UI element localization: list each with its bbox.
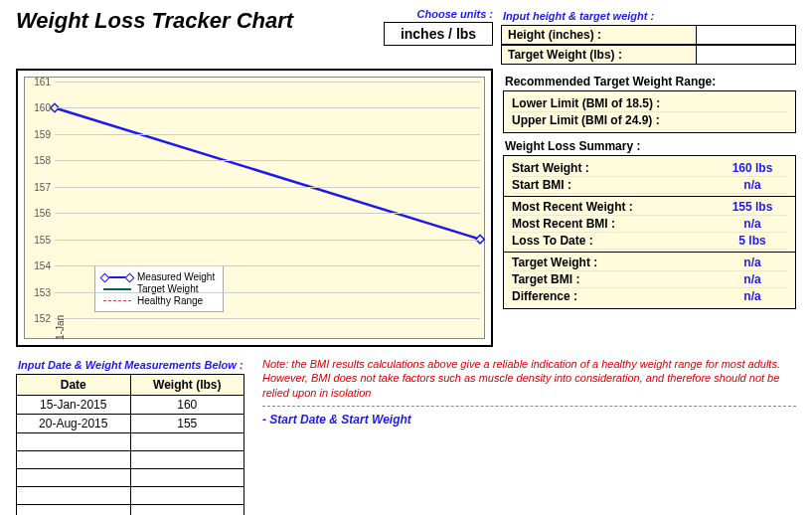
- table-cell[interactable]: [17, 505, 131, 516]
- table-cell[interactable]: [17, 469, 131, 487]
- table-row[interactable]: 20-Aug-2015155: [17, 415, 244, 433]
- table-cell[interactable]: 155: [130, 415, 244, 433]
- table-row[interactable]: [17, 469, 244, 487]
- summary-key: Target Weight :: [512, 256, 597, 269]
- table-row[interactable]: [17, 487, 244, 505]
- height-input[interactable]: [697, 25, 796, 45]
- x-tick: 1-Jan: [55, 315, 66, 340]
- legend-measured: Measured Weight: [137, 271, 215, 282]
- measured-line: [55, 107, 480, 239]
- summary-value: n/a: [718, 178, 787, 192]
- summary-key: Most Recent BMI :: [512, 217, 615, 231]
- page-title: Weight Loss Tracker Chart: [16, 8, 314, 34]
- y-tick: 159: [27, 128, 51, 139]
- legend-healthy: Healthy Range: [137, 295, 203, 306]
- range-box: Lower Limit (BMI of 18.5) : Upper Limit …: [503, 90, 796, 133]
- table-cell[interactable]: 160: [130, 396, 244, 415]
- y-tick: 152: [27, 313, 51, 324]
- lower-limit-label: Lower Limit (BMI of 18.5) :: [512, 96, 660, 110]
- legend-swatch-healthy: [103, 300, 131, 301]
- input-height-label: Input height & target weight :: [503, 10, 796, 22]
- y-tick: 157: [27, 181, 51, 192]
- y-tick: 156: [27, 208, 51, 219]
- units-selector[interactable]: inches / lbs: [384, 22, 493, 46]
- table-cell[interactable]: 20-Aug-2015: [17, 415, 131, 433]
- y-tick: 153: [27, 286, 51, 297]
- col-date: Date: [17, 375, 131, 396]
- start-hint: - Start Date & Start Weight: [262, 413, 796, 427]
- summary-key: Start Weight :: [512, 161, 589, 175]
- y-tick: 155: [27, 234, 51, 245]
- legend-swatch-measured: [103, 276, 131, 278]
- divider: [262, 406, 796, 407]
- summary-value: 155 lbs: [718, 200, 787, 214]
- summary-box: Start Weight :160 lbsStart BMI :n/aMost …: [503, 155, 796, 309]
- summary-value: n/a: [718, 289, 787, 303]
- summary-value: 5 lbs: [718, 234, 787, 248]
- summary-value: n/a: [718, 256, 787, 269]
- summary-key: Difference :: [512, 289, 577, 303]
- table-row[interactable]: [17, 451, 244, 469]
- chart-legend: Measured Weight Target Weight Healthy Ra…: [94, 265, 224, 312]
- y-tick: 154: [27, 260, 51, 271]
- table-cell[interactable]: [17, 451, 131, 469]
- summary-value: n/a: [718, 217, 787, 231]
- col-weight: Weight (lbs): [130, 375, 244, 396]
- table-cell[interactable]: [130, 451, 244, 469]
- bmi-note: Note: the BMI results calculations above…: [262, 357, 796, 400]
- lower-limit-value: [718, 96, 787, 110]
- summary-value: 160 lbs: [718, 161, 787, 175]
- summary-key: Start BMI :: [512, 178, 571, 192]
- upper-limit-label: Upper Limit (BMI of 24.9) :: [512, 113, 660, 127]
- summary-key: Target BMI :: [512, 272, 579, 286]
- weight-chart: Measured Weight Target Weight Healthy Ra…: [16, 69, 493, 347]
- table-cell[interactable]: [17, 433, 131, 451]
- table-cell[interactable]: 15-Jan-2015: [17, 396, 131, 415]
- height-label: Height (inches) :: [501, 25, 697, 45]
- upper-limit-value: [718, 113, 787, 127]
- target-weight-input[interactable]: [697, 45, 796, 65]
- table-row[interactable]: [17, 433, 244, 451]
- summary-heading: Weight Loss Summary :: [505, 139, 796, 153]
- legend-swatch-target: [103, 288, 131, 290]
- target-weight-label: Target Weight (lbs) :: [501, 45, 697, 65]
- summary-key: Loss To Date :: [512, 234, 593, 248]
- summary-key: Most Recent Weight :: [512, 200, 633, 214]
- table-cell[interactable]: [130, 469, 244, 487]
- table-row[interactable]: [17, 505, 244, 516]
- range-heading: Recommended Target Weight Range:: [505, 75, 796, 88]
- y-tick: 161: [27, 77, 51, 87]
- table-cell[interactable]: [130, 433, 244, 451]
- summary-value: n/a: [718, 272, 787, 286]
- table-cell[interactable]: [17, 487, 131, 505]
- input-table-label: Input Date & Weight Measurements Below :: [18, 359, 244, 371]
- table-cell[interactable]: [130, 505, 244, 516]
- input-height-box: Height (inches) : Target Weight (lbs) :: [501, 25, 796, 65]
- table-row[interactable]: 15-Jan-2015160: [17, 396, 244, 415]
- y-tick: 158: [27, 155, 51, 166]
- measurements-table: Date Weight (lbs) 15-Jan-201516020-Aug-2…: [16, 374, 244, 515]
- y-tick: 160: [27, 102, 51, 113]
- table-cell[interactable]: [130, 487, 244, 505]
- units-label: Choose units :: [322, 8, 493, 20]
